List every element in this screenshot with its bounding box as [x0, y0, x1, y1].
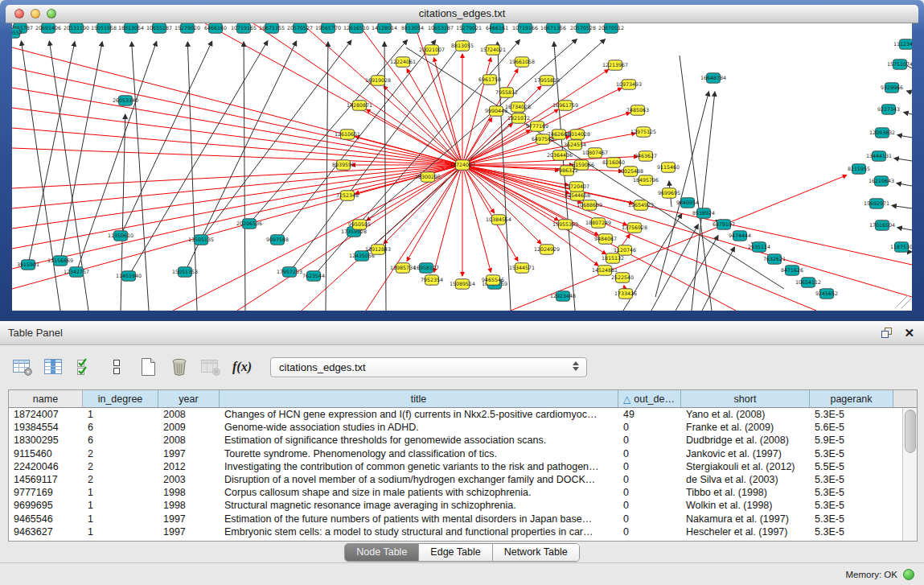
graph-node[interactable]: 12923448: [550, 291, 576, 301]
graph-edge[interactable]: [904, 112, 912, 114]
graph-node[interactable]: 16210643: [869, 176, 894, 186]
graph-node[interactable]: 2522540: [611, 273, 634, 282]
graph-node[interactable]: 20206536: [236, 219, 262, 229]
graph-node[interactable]: 20691406: [35, 23, 61, 33]
graph-node[interactable]: 10654112: [795, 278, 821, 287]
graph-edge[interactable]: [21, 41, 60, 311]
graph-node[interactable]: 9699695: [658, 188, 680, 198]
graph-node[interactable]: 9777169: [526, 122, 548, 131]
resize-grip-icon[interactable]: [897, 295, 911, 308]
graph-node[interactable]: 12093832: [869, 128, 895, 138]
graph-edge[interactable]: [462, 165, 816, 311]
graph-node[interactable]: 8471626: [781, 266, 803, 275]
graph-node[interactable]: 16961759: [552, 101, 578, 110]
graph-node[interactable]: 7955812: [495, 88, 518, 97]
graph-node[interactable]: 18985734: [390, 263, 416, 273]
graph-node[interactable]: 8939595: [332, 160, 355, 170]
table-selector-dropdown[interactable]: citations_edges.txt: [270, 357, 587, 377]
table-vertical-scrollbar[interactable]: [902, 408, 917, 541]
graph-node[interactable]: 18495796: [633, 175, 659, 185]
graph-node[interactable]: 12975125: [630, 127, 656, 137]
graph-node[interactable]: 1733426: [614, 289, 637, 299]
graph-edge[interactable]: [201, 40, 351, 240]
graph-node[interactable]: 11350610: [108, 231, 133, 241]
graph-edge[interactable]: [907, 91, 912, 93]
table-row[interactable]: 1938455462009Genome-wide association stu…: [9, 421, 917, 434]
graph-node[interactable]: 12213967: [602, 60, 628, 70]
graph-edge[interactable]: [894, 159, 912, 161]
graph-node[interactable]: 7632621: [763, 254, 786, 264]
graph-node[interactable]: 7986322: [556, 166, 578, 175]
column-header-in_degree[interactable]: in_degree: [83, 390, 158, 407]
graph-node[interactable]: 15051353: [172, 267, 198, 277]
graph-node[interactable]: 9329966: [881, 83, 903, 93]
delete-table-icon[interactable]: [168, 356, 191, 377]
graph-node[interactable]: 10688609: [577, 200, 602, 210]
zoom-window-button[interactable]: [47, 9, 56, 19]
graph-node[interactable]: 19661058: [509, 57, 535, 67]
close-window-button[interactable]: [14, 9, 24, 19]
network-window-titlebar[interactable]: citations_edges.txt: [6, 5, 918, 23]
graph-node[interactable]: 10655287: [146, 23, 172, 33]
graph-node[interactable]: 10719166: [512, 23, 538, 33]
graph-node[interactable]: 9115460: [657, 163, 680, 172]
minimize-window-button[interactable]: [31, 9, 40, 19]
graph-edge[interactable]: [462, 165, 912, 297]
graph-node[interactable]: 13444131: [866, 151, 892, 161]
graph-node[interactable]: 1815132: [602, 253, 624, 263]
graph-node[interactable]: 12342757: [64, 267, 89, 277]
graph-node[interactable]: 9227343: [877, 105, 900, 114]
graph-node[interactable]: 15089514: [450, 279, 475, 289]
graph-edge[interactable]: [897, 183, 912, 186]
graph-edge[interactable]: [173, 165, 462, 311]
graph-node[interactable]: 19654923: [628, 200, 654, 210]
graph-node[interactable]: 7952354: [421, 275, 443, 285]
graph-node[interactable]: 15720407: [564, 182, 589, 192]
graph-node[interactable]: 15955393: [552, 220, 578, 229]
table-row[interactable]: 1872400712008Changes of HCN gene express…: [9, 408, 917, 421]
graph-node[interactable]: 2935114: [748, 242, 770, 252]
graph-node[interactable]: 11451940: [116, 271, 142, 281]
graph-node[interactable]: 18300295: [415, 172, 441, 182]
new-table-icon[interactable]: [137, 356, 159, 377]
graph-node[interactable]: 17955813: [534, 76, 560, 85]
graph-node[interactable]: 11156869: [47, 256, 73, 266]
graph-node[interactable]: 14280871: [347, 101, 372, 110]
graph-node[interactable]: 1821072: [507, 113, 530, 123]
graph-node[interactable]: 18807249: [585, 218, 611, 228]
tab-edge-table[interactable]: Edge Table: [418, 544, 491, 561]
column-header-name[interactable]: name: [9, 390, 83, 407]
column-header-title[interactable]: title: [220, 390, 618, 407]
graph-node[interactable]: 9990448: [485, 106, 507, 116]
column-visibility-icon[interactable]: [43, 356, 65, 377]
graph-node[interactable]: 6466161: [486, 23, 508, 33]
graph-edge[interactable]: [277, 40, 436, 240]
graph-node[interactable]: 16648784: [700, 73, 726, 83]
graph-node[interactable]: 11123407: [893, 39, 912, 49]
graph-node[interactable]: 20570527: [287, 23, 313, 33]
graph-node[interactable]: 7485063: [626, 105, 649, 115]
graph-edge[interactable]: [12, 165, 462, 269]
scrollbar-thumb[interactable]: [905, 410, 916, 453]
graph-node[interactable]: 20021007: [419, 45, 445, 55]
tab-network-table[interactable]: Network Table: [492, 544, 579, 561]
graph-node[interactable]: 1187530: [890, 242, 912, 252]
graph-edge[interactable]: [897, 228, 912, 230]
close-panel-icon[interactable]: ✕: [904, 327, 914, 339]
graph-node[interactable]: 20364436: [547, 150, 573, 160]
graph-edge[interactable]: [462, 165, 558, 220]
graph-node[interactable]: 9245652: [815, 289, 838, 299]
graph-node[interactable]: 9463627: [634, 151, 657, 161]
graph-edge[interactable]: [892, 205, 912, 208]
graph-node[interactable]: 17016504: [869, 220, 895, 230]
graph-node[interactable]: 14128014: [372, 23, 397, 33]
graph-node[interactable]: 15751074: [887, 60, 912, 69]
graph-node[interactable]: 10025488: [618, 167, 643, 176]
graph-node[interactable]: 20870512: [598, 23, 624, 33]
graph-node[interactable]: 18813054: [118, 23, 144, 33]
graph-node[interactable]: 16671356: [540, 23, 566, 33]
column-header-short[interactable]: short: [681, 390, 810, 407]
table-row[interactable]: 911546021997Tourette syndrome. Phenomeno…: [9, 447, 917, 460]
graph-node[interactable]: 13756928: [622, 223, 647, 233]
graph-node[interactable]: 12024929: [534, 245, 560, 254]
